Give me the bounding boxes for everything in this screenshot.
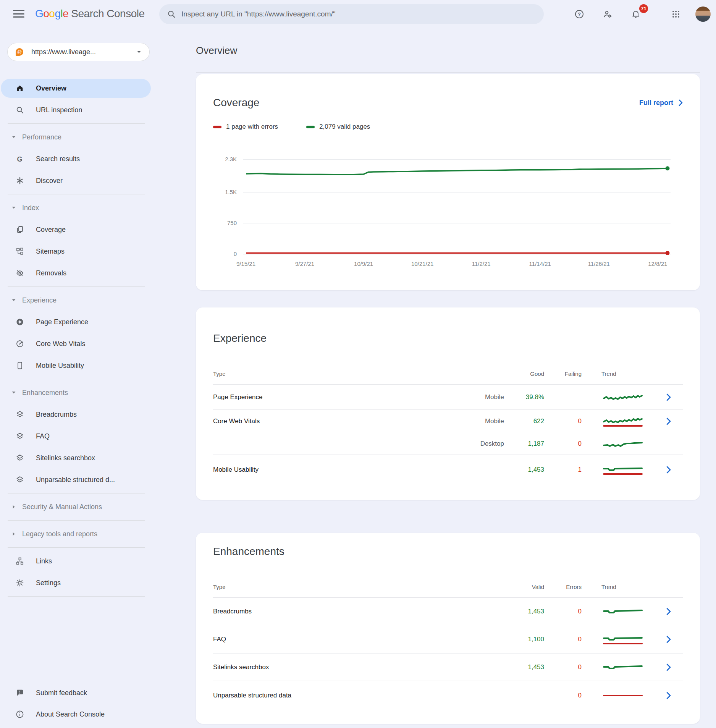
gear-icon bbox=[16, 579, 24, 587]
legend-errors: 1 page with errors bbox=[213, 123, 278, 131]
trend-sparkline bbox=[582, 413, 654, 430]
divider bbox=[8, 520, 145, 521]
svg-text:?: ? bbox=[578, 11, 581, 17]
chevron-right-icon bbox=[10, 503, 18, 511]
row-chevron-icon[interactable] bbox=[654, 608, 683, 615]
sidebar-item-unparsable-structured-data[interactable]: Unparsable structured d... bbox=[0, 470, 153, 489]
help-icon[interactable]: ? bbox=[575, 10, 584, 19]
property-favicon-icon: @ bbox=[13, 45, 26, 58]
property-selector[interactable]: @ https://www.liveage... bbox=[7, 43, 150, 61]
search-icon bbox=[16, 106, 24, 114]
app-logo[interactable]: GoogleSearch Console bbox=[35, 8, 145, 20]
apps-grid-icon[interactable] bbox=[671, 10, 680, 19]
sidebar-item-discover[interactable]: Discover bbox=[0, 171, 153, 190]
trend-sparkline bbox=[582, 603, 654, 620]
sidebar-section-index[interactable]: Index bbox=[0, 198, 153, 217]
enhancements-card: Enhancements Type Valid Errors Trend Bre… bbox=[196, 533, 700, 724]
sidebar-section-security-manual-actions[interactable]: Security & Manual Actions bbox=[0, 497, 153, 516]
url-inspect-search-input[interactable]: Inspect any URL in "https://www.liveagen… bbox=[159, 4, 544, 24]
valid-swatch bbox=[306, 126, 315, 128]
divider bbox=[8, 123, 145, 124]
table-row[interactable]: Core Web Vitals Mobile 622 0 bbox=[213, 410, 683, 433]
sidebar-item-sitemaps[interactable]: Sitemaps bbox=[0, 242, 153, 261]
trend-sparkline bbox=[582, 631, 654, 648]
legend-valid: 2,079 valid pages bbox=[306, 123, 370, 131]
menu-icon[interactable] bbox=[13, 10, 24, 18]
trend-sparkline bbox=[582, 659, 654, 676]
notification-badge: 71 bbox=[638, 3, 649, 14]
row-chevron-icon[interactable] bbox=[654, 417, 683, 425]
divider bbox=[196, 72, 700, 73]
row-chevron-icon[interactable] bbox=[654, 692, 683, 699]
sidebar-item-removals[interactable]: Removals bbox=[0, 264, 153, 283]
feedback-icon bbox=[16, 689, 24, 697]
user-settings-icon[interactable] bbox=[603, 10, 612, 19]
sidebar-item-url-inspection[interactable]: URL inspection bbox=[0, 100, 153, 120]
sidebar-item-coverage[interactable]: Coverage bbox=[0, 220, 153, 239]
sidebar-item-breadcrumbs[interactable]: Breadcrumbs bbox=[0, 405, 153, 424]
experience-title: Experience bbox=[213, 331, 267, 346]
sidebar-item-search-results[interactable]: G Search results bbox=[0, 149, 153, 168]
sidebar-section-legacy-tools[interactable]: Legacy tools and reports bbox=[0, 524, 153, 544]
app-name: Search Console bbox=[71, 8, 144, 19]
sidebar-item-overview[interactable]: Overview bbox=[1, 79, 151, 98]
main-content: Overview Coverage Full report 1 page wit… bbox=[153, 28, 716, 728]
sidebar-item-mobile-usability[interactable]: Mobile Usability bbox=[0, 356, 153, 375]
sidebar-item-links[interactable]: Links bbox=[0, 552, 153, 571]
divider bbox=[8, 379, 145, 379]
chevron-down-icon bbox=[10, 204, 18, 212]
row-chevron-icon[interactable] bbox=[654, 393, 683, 401]
layers-icon bbox=[16, 410, 24, 419]
avatar[interactable] bbox=[695, 6, 711, 22]
chevron-right-icon bbox=[679, 99, 683, 106]
info-icon bbox=[16, 710, 24, 718]
pages-icon bbox=[16, 225, 24, 234]
trend-sparkline bbox=[582, 687, 654, 704]
svg-text:G: G bbox=[17, 155, 23, 163]
sidebar-item-settings[interactable]: Settings bbox=[0, 573, 153, 592]
page-experience-icon bbox=[16, 318, 24, 326]
experience-table-header: Type Good Failing Trend bbox=[213, 363, 683, 385]
search-placeholder: Inspect any URL in "https://www.liveagen… bbox=[181, 10, 336, 18]
coverage-full-report-link[interactable]: Full report bbox=[639, 99, 683, 107]
sidebar-section-experience[interactable]: Experience bbox=[0, 291, 153, 310]
submit-feedback-button[interactable]: Submit feedback bbox=[0, 682, 153, 704]
eye-off-icon bbox=[16, 269, 24, 277]
enhancements-table-header: Type Valid Errors Trend bbox=[213, 576, 683, 598]
table-row[interactable]: Sitelinks searchbox 1,453 0 bbox=[213, 654, 683, 681]
sitemap-icon bbox=[16, 247, 24, 256]
top-bar: GoogleSearch Console Inspect any URL in … bbox=[0, 0, 716, 28]
table-row[interactable]: Page Experience Mobile 39.8% bbox=[213, 385, 683, 410]
table-row[interactable]: Mobile Usability 1,453 1 bbox=[213, 455, 683, 485]
layers-icon bbox=[16, 476, 24, 484]
table-row[interactable]: Unparsable structured data 0 bbox=[213, 681, 683, 710]
sidebar-item-sitelinks-searchbox[interactable]: Sitelinks searchbox bbox=[0, 448, 153, 468]
coverage-title: Coverage bbox=[213, 95, 259, 110]
layers-icon bbox=[16, 432, 24, 440]
divider bbox=[8, 596, 145, 597]
sidebar-nav: Overview URL inspection Performance G Se… bbox=[0, 79, 153, 600]
sidebar-item-page-experience[interactable]: Page Experience bbox=[0, 312, 153, 332]
row-chevron-icon[interactable] bbox=[654, 663, 683, 671]
trend-sparkline bbox=[582, 435, 654, 452]
sidebar: @ https://www.liveage... Overview URL in… bbox=[0, 28, 153, 728]
table-row[interactable]: Breadcrumbs 1,453 0 bbox=[213, 598, 683, 625]
divider bbox=[8, 194, 145, 194]
sidebar-section-enhancements[interactable]: Enhancements bbox=[0, 383, 153, 402]
coverage-legend: 1 page with errors 2,079 valid pages bbox=[213, 123, 683, 131]
row-chevron-icon[interactable] bbox=[654, 636, 683, 643]
sidebar-item-faq[interactable]: FAQ bbox=[0, 427, 153, 446]
row-chevron-icon[interactable] bbox=[654, 466, 683, 474]
sidebar-section-performance[interactable]: Performance bbox=[0, 128, 153, 147]
about-search-console-link[interactable]: About Search Console bbox=[0, 704, 153, 725]
gauge-icon bbox=[16, 340, 24, 348]
chevron-right-icon bbox=[10, 530, 18, 538]
page-title: Overview bbox=[196, 44, 700, 57]
chevron-down-icon bbox=[10, 133, 18, 141]
chevron-down-icon bbox=[10, 296, 18, 304]
table-row[interactable]: Desktop 1,187 0 bbox=[213, 433, 683, 455]
table-row[interactable]: FAQ 1,100 0 bbox=[213, 625, 683, 654]
coverage-chart[interactable]: 2.3K1.5K75009/15/219/27/2110/9/2110/21/2… bbox=[213, 141, 683, 271]
coverage-card: Coverage Full report 1 page with errors … bbox=[196, 74, 700, 290]
sidebar-item-core-web-vitals[interactable]: Core Web Vitals bbox=[0, 334, 153, 353]
